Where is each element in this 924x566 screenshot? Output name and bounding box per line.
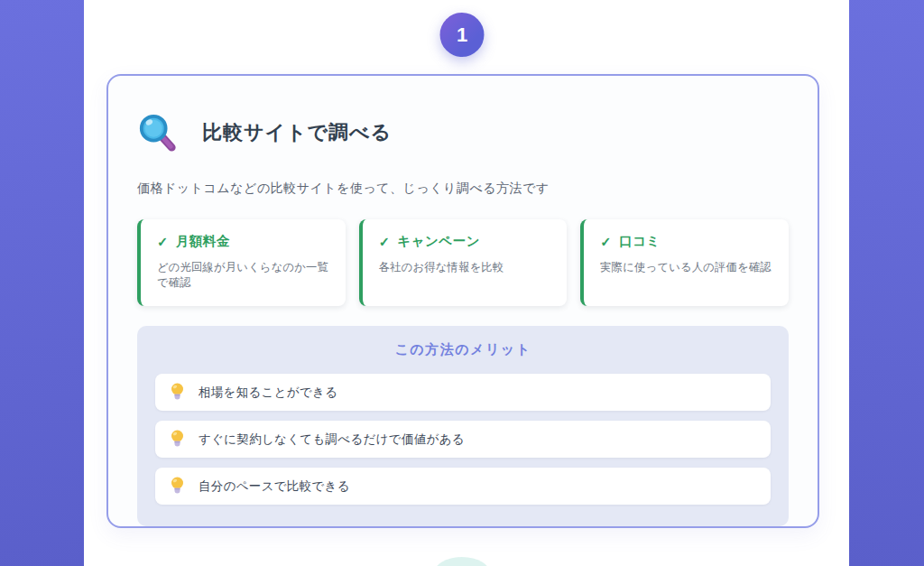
feature-title: ✓ 月額料金 xyxy=(157,233,331,250)
merit-section-title: この方法のメリット xyxy=(155,341,771,358)
feature-description: どの光回線が月いくらなのか一覧で確認 xyxy=(157,260,331,291)
feature-title-text: 口コミ xyxy=(619,233,661,250)
left-accent-band xyxy=(0,0,84,566)
card-header: 比較サイトで調べる xyxy=(137,112,789,153)
merit-item: 相場を知ることができる xyxy=(155,374,771,411)
card-title: 比較サイトで調べる xyxy=(202,119,392,146)
merit-section: この方法のメリット 相場を知ることができる すぐに契約しなくても調べるだけで価値… xyxy=(137,326,789,526)
step-number: 1 xyxy=(457,23,467,47)
merit-item: すぐに契約しなくても調べるだけで価値がある xyxy=(155,421,771,458)
feature-title-text: キャンペーン xyxy=(397,233,480,250)
step-number-badge: 1 xyxy=(440,13,485,57)
feature-description: 実際に使っている人の評価を確認 xyxy=(600,260,774,275)
feature-list: ✓ 月額料金 どの光回線が月いくらなのか一覧で確認 ✓ キャンペーン 各社のお得… xyxy=(137,219,789,306)
feature-description: 各社のお得な情報を比較 xyxy=(379,260,553,275)
check-icon: ✓ xyxy=(157,235,169,249)
next-step-badge-peek xyxy=(433,557,491,566)
lightbulb-icon xyxy=(170,383,185,402)
feature-card-reviews: ✓ 口コミ 実際に使っている人の評価を確認 xyxy=(580,219,789,306)
lightbulb-icon xyxy=(170,430,185,449)
feature-title-text: 月額料金 xyxy=(176,233,230,250)
check-icon: ✓ xyxy=(600,235,612,249)
feature-card-monthly-fee: ✓ 月額料金 どの光回線が月いくらなのか一覧で確認 xyxy=(137,219,346,306)
merit-text: 相場を知ることができる xyxy=(199,385,337,401)
merit-item: 自分のペースで比較できる xyxy=(155,468,771,505)
card-subtitle: 価格ドットコムなどの比較サイトを使って、じっくり調べる方法です xyxy=(137,181,789,197)
feature-title: ✓ キャンペーン xyxy=(379,233,553,250)
right-accent-band xyxy=(849,0,924,566)
check-icon: ✓ xyxy=(379,235,391,249)
merit-text: 自分のペースで比較できる xyxy=(199,478,350,495)
magnifier-icon xyxy=(137,112,179,153)
merit-text: すぐに契約しなくても調べるだけで価値がある xyxy=(199,431,465,448)
lightbulb-icon xyxy=(170,477,185,496)
feature-title: ✓ 口コミ xyxy=(600,233,774,250)
feature-card-campaign: ✓ キャンペーン 各社のお得な情報を比較 xyxy=(359,219,568,306)
method-card: 比較サイトで調べる 価格ドットコムなどの比較サイトを使って、じっくり調べる方法で… xyxy=(106,74,819,528)
